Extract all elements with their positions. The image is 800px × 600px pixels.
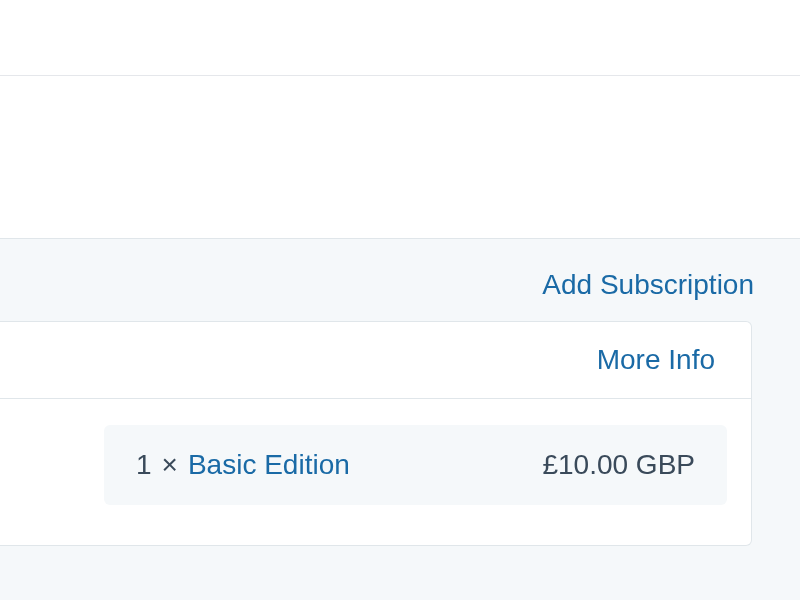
- more-info-link[interactable]: More Info: [597, 344, 715, 376]
- subscription-section: Add Subscription More Info 1 × Basic Edi…: [0, 238, 800, 600]
- line-item-times-symbol: ×: [162, 449, 178, 481]
- top-bar-region: [0, 0, 800, 76]
- subscription-card-header: More Info: [0, 322, 751, 399]
- subscription-card-body: 1 × Basic Edition £10.00 GBP: [0, 399, 751, 545]
- subscription-card: More Info 1 × Basic Edition £10.00 GBP: [0, 321, 752, 546]
- line-item-price: £10.00 GBP: [542, 449, 695, 481]
- line-item-quantity: 1: [136, 449, 152, 481]
- subscription-line-item: 1 × Basic Edition £10.00 GBP: [104, 425, 727, 505]
- mid-spacer-region: [0, 76, 800, 238]
- section-action-row: Add Subscription: [0, 239, 800, 321]
- add-subscription-link[interactable]: Add Subscription: [542, 269, 754, 301]
- line-item-left: 1 × Basic Edition: [136, 449, 350, 481]
- product-name-link[interactable]: Basic Edition: [188, 449, 350, 481]
